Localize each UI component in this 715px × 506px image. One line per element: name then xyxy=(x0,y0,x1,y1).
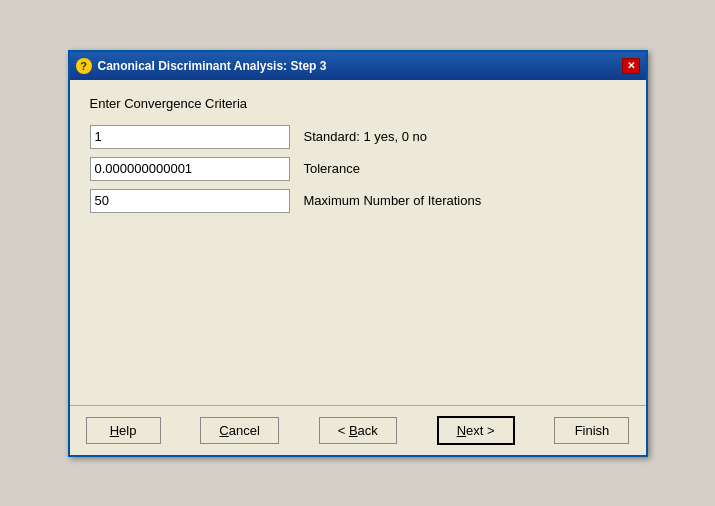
section-title: Enter Convergence Criteria xyxy=(90,96,626,111)
iterations-input[interactable] xyxy=(90,189,290,213)
cancel-button[interactable]: Cancel xyxy=(200,417,278,444)
close-button[interactable]: ✕ xyxy=(622,58,640,74)
form-row-iterations: Maximum Number of Iterations xyxy=(90,189,626,213)
finish-button[interactable]: Finish xyxy=(554,417,629,444)
button-bar: Help Cancel < Back Next > Finish xyxy=(70,405,646,455)
content-area: Enter Convergence Criteria Standard: 1 y… xyxy=(70,80,646,405)
form-area: Standard: 1 yes, 0 no Tolerance Maximum … xyxy=(90,125,626,213)
next-button[interactable]: Next > xyxy=(437,416,515,445)
form-row-standard: Standard: 1 yes, 0 no xyxy=(90,125,626,149)
window-title: Canonical Discriminant Analysis: Step 3 xyxy=(98,59,327,73)
iterations-label: Maximum Number of Iterations xyxy=(304,193,482,208)
form-row-tolerance: Tolerance xyxy=(90,157,626,181)
tolerance-label: Tolerance xyxy=(304,161,360,176)
main-window: ? Canonical Discriminant Analysis: Step … xyxy=(68,50,648,457)
back-button[interactable]: < Back xyxy=(319,417,397,444)
title-bar: ? Canonical Discriminant Analysis: Step … xyxy=(70,52,646,80)
title-icon: ? xyxy=(76,58,92,74)
help-button[interactable]: Help xyxy=(86,417,161,444)
standard-input[interactable] xyxy=(90,125,290,149)
standard-label: Standard: 1 yes, 0 no xyxy=(304,129,428,144)
tolerance-input[interactable] xyxy=(90,157,290,181)
